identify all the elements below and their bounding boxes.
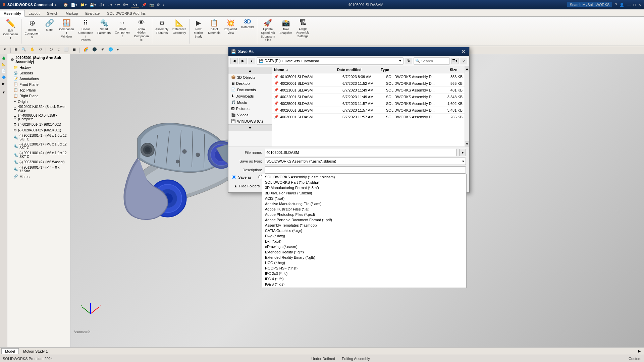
- nav-arrow[interactable]: ▸: [55, 3, 57, 7]
- undo-btn[interactable]: ↩▾: [107, 3, 112, 7]
- scroll-up-btn[interactable]: ▲: [465, 66, 469, 71]
- pan-btn[interactable]: ✋: [29, 47, 37, 54]
- open-btn[interactable]: 📁▾: [80, 3, 87, 7]
- large-assembly-btn[interactable]: 🏗 LargeAssemblySettings: [294, 17, 311, 40]
- folder-3d-objects[interactable]: 📦 3D Objects: [228, 74, 272, 80]
- up-btn[interactable]: ▲: [248, 58, 255, 64]
- dropdown-item[interactable]: SOLIDWORKS Part (*.prt;*.sldprt): [262, 180, 466, 185]
- shadows-btn[interactable]: 🌑: [91, 47, 99, 54]
- help-btn[interactable]: ?: [615, 3, 617, 7]
- save-btn[interactable]: 💾▾: [90, 3, 96, 7]
- print-btn[interactable]: 🖨▾: [99, 3, 105, 7]
- col-type[interactable]: Type: [379, 68, 436, 72]
- scrollbar[interactable]: ▲ ▼: [465, 66, 469, 146]
- tab-markup[interactable]: Markup: [62, 10, 82, 16]
- breadcrumb[interactable]: 💾 DATA (E:) › DataSets › Bowhead ▾: [257, 57, 404, 65]
- move-component-btn[interactable]: ↔ MoveComponent: [113, 17, 131, 40]
- item-90011001-1[interactable]: 🔩 (-) 90011001<1> (M6 x 1.0 x 12 SKT C: [8, 133, 69, 142]
- home-btn[interactable]: 🏠: [63, 3, 68, 7]
- front-plane-item[interactable]: 📋 Front Plane: [8, 81, 69, 87]
- more-view-btn[interactable]: ▸: [115, 47, 121, 54]
- folder-videos[interactable]: 🎬 Videos: [228, 112, 272, 118]
- dropdown-item[interactable]: Dwg (*.dwg): [262, 233, 466, 239]
- sidebar-scroll-down[interactable]: ▼: [228, 124, 272, 131]
- shock-tower-item[interactable]: ⚙ 40104001<6159> (Shock Tower Asse: [8, 104, 69, 113]
- item-60204001-2[interactable]: ⚙ (-) 60204001<2> (60204001): [8, 127, 69, 133]
- shaded-btn[interactable]: ⬜: [62, 47, 70, 54]
- dropdown-item[interactable]: CATIA Graphics (*.cgr): [262, 228, 466, 233]
- filename-dropdown-btn[interactable]: ▾: [459, 149, 466, 156]
- help-dialog-btn[interactable]: ?: [460, 58, 467, 64]
- savetype-select[interactable]: SOLIDWORKS Assembly (*.asm;*.sldasm) ▾: [265, 158, 466, 165]
- edit-component-btn[interactable]: ✏️ EditComponent: [1, 17, 20, 40]
- folder-pictures[interactable]: 🖼 Pictures: [228, 106, 272, 112]
- scroll-down-btn[interactable]: ▼: [465, 141, 469, 146]
- maximize-btn[interactable]: □: [633, 3, 636, 7]
- configmanager-btn[interactable]: 📄: [1, 68, 7, 74]
- redo-btn[interactable]: ↪▾: [115, 3, 120, 7]
- ambient-btn[interactable]: ☀: [99, 47, 106, 54]
- filter-icon[interactable]: ▼: [1, 47, 8, 54]
- dropdown-item[interactable]: Extended Reality (*.glft): [262, 249, 466, 255]
- realview-btn[interactable]: 🌈: [82, 47, 90, 54]
- origin-item[interactable]: ✦ Origin: [8, 99, 69, 104]
- dropdown-item[interactable]: IFC 2x3 (*.ifc): [262, 271, 466, 276]
- forward-btn[interactable]: ▶: [239, 58, 247, 64]
- dropdown-item[interactable]: 3D XML For Player (*.3dxml): [262, 190, 466, 196]
- tab-layout[interactable]: Layout: [25, 10, 43, 16]
- exploded-view-btn[interactable]: 💥 ExplodedView: [223, 17, 239, 40]
- description-input[interactable]: [265, 166, 466, 174]
- complete-item[interactable]: ⚙ (-) 40098001-R3.0<6158> (Complete: [8, 113, 69, 122]
- instant3d-btn[interactable]: 3D Instant3D: [239, 17, 256, 40]
- insert-components-btn[interactable]: ⊕ InsertComponents: [23, 17, 41, 40]
- propertymanager-btn[interactable]: 📐: [1, 61, 7, 67]
- dropdown-item[interactable]: Dxf (*.dxf): [262, 239, 466, 244]
- dropdown-item[interactable]: SOLIDWORKS Assembly (*.asm;*.sldasm): [262, 174, 466, 180]
- dropdown-item[interactable]: Assembly Templates (*.asmdot): [262, 223, 466, 228]
- minimize-btn[interactable]: —: [627, 3, 631, 7]
- expand-btn[interactable]: ▶: [636, 349, 643, 353]
- mates-item[interactable]: 🔗 Mates: [8, 174, 69, 179]
- col-size[interactable]: Size: [436, 68, 459, 72]
- dropdown-item[interactable]: IGES (*.igs): [262, 282, 466, 287]
- view-orientation-btn[interactable]: ⊞: [13, 47, 19, 54]
- folder-desktop[interactable]: 🖥 Desktop: [228, 80, 272, 86]
- dropdown-item[interactable]: Adobe Photoshop Files (*.psd): [262, 212, 466, 217]
- item-90011001-2[interactable]: 🔩 (-) 90011001<2> (M6 x 1.0 x 12 SKT C: [8, 150, 69, 159]
- dropdown-item[interactable]: 3D Manufacturing Format (*.3mf): [262, 185, 466, 190]
- user-btn[interactable]: 👤: [620, 3, 624, 7]
- table-row[interactable]: 📌40105001.SLDASM 6/7/2023 8:39 AM SOLIDW…: [272, 73, 465, 80]
- options-btn[interactable]: ⚙▾: [123, 3, 128, 7]
- savetype-dropdown[interactable]: SOLIDWORKS Assembly (*.asm;*.sldasm) SOL…: [262, 174, 467, 288]
- top-plane-item[interactable]: 📋 Top Plane: [8, 87, 69, 93]
- save-as-dialog[interactable]: 💾 Save As ✕ ◀ ▶ ▲ 💾 DATA (E:) › DataSets…: [228, 47, 470, 193]
- shaded-edges-btn[interactable]: ◼: [71, 47, 77, 54]
- radio-save-as-input[interactable]: [232, 175, 236, 179]
- bill-materials-btn[interactable]: 📋 Bill ofMaterials: [207, 17, 222, 40]
- table-row[interactable]: 📌40021001.SLDASM 6/7/2023 11:49 AM SOLID…: [272, 87, 465, 94]
- folder-documents[interactable]: 📄 Documents: [228, 86, 272, 93]
- tab-motion-study[interactable]: Motion Study 1: [19, 348, 51, 354]
- zoom-btn[interactable]: 🔍: [20, 47, 28, 54]
- tab-sketch[interactable]: Sketch: [43, 10, 62, 16]
- breadcrumb-datasets[interactable]: DataSets: [285, 59, 300, 63]
- dropdown-item[interactable]: Adobe Portable Document Format (*.pdf): [262, 217, 466, 223]
- folder-downloads[interactable]: ⬇ Downloads: [228, 93, 272, 99]
- dropdown-item[interactable]: eDrawings (*.easm): [262, 244, 466, 249]
- table-row[interactable]: 📌40022001.SLDASM 6/7/2023 11:49 AM SOLID…: [272, 94, 465, 100]
- search-box-title[interactable]: Search MySolidWORKS: [567, 2, 612, 7]
- show-hidden-btn[interactable]: 👁 ShowHiddenComponents: [132, 17, 151, 40]
- tab-evaluate[interactable]: Evaluate: [82, 10, 103, 16]
- new-motion-study-btn[interactable]: ▶ NewMotionStudy: [191, 17, 206, 40]
- folder-music[interactable]: 🎵 Music: [228, 99, 272, 106]
- dropdown-item[interactable]: Adobe Illustrator Files (*.ai): [262, 206, 466, 212]
- filter-btn[interactable]: ▼: [1, 89, 7, 95]
- featuremanager-btn[interactable]: 🌲: [1, 55, 7, 61]
- scene-btn[interactable]: 🌐: [107, 47, 115, 54]
- item-90032001-2[interactable]: 🔩 (-) 90032001<2> (M6 Washer): [8, 159, 69, 165]
- linear-pattern-btn[interactable]: ⠿ LinearComponentPattern: [76, 17, 95, 40]
- settings-gear[interactable]: ⚙: [157, 3, 160, 7]
- rotate-btn[interactable]: ↺: [37, 47, 44, 54]
- breadcrumb-bowhead[interactable]: Bowhead: [304, 59, 319, 63]
- refresh-btn[interactable]: ↻: [405, 58, 412, 64]
